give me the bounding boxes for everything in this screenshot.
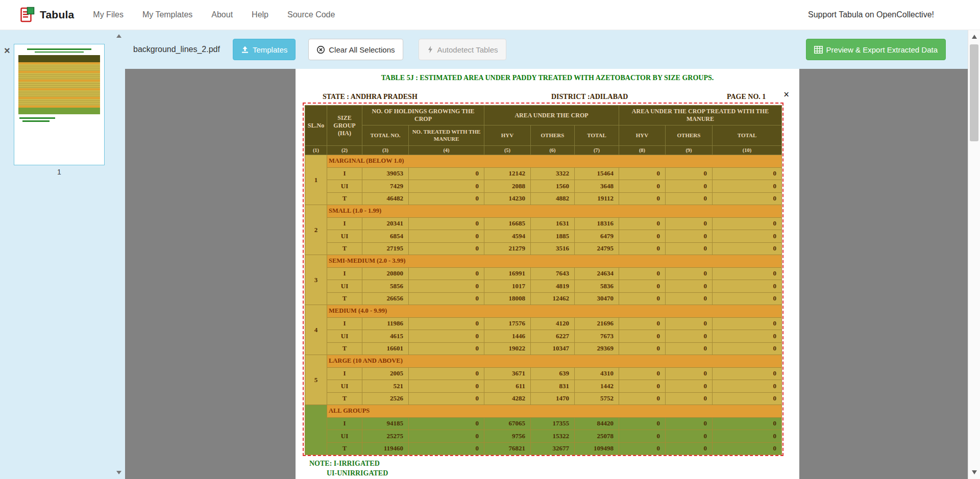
circle-x-icon: [316, 45, 325, 54]
page-thumbnail[interactable]: [14, 44, 105, 165]
nav-my-files[interactable]: My Files: [93, 10, 124, 19]
upload-icon: [241, 45, 249, 54]
sidebar-scroll-up-icon[interactable]: [116, 34, 121, 38]
nav-links: My Files My Templates About Help Source …: [93, 10, 335, 19]
lightning-icon: [427, 45, 434, 54]
state-label: STATE : ANDHRA PRADESH: [323, 93, 418, 101]
brand-link[interactable]: Tabula: [20, 7, 74, 23]
pdf-viewer: TABLE 5J : ESTIMATED AREA UNDER PADDY TR…: [125, 69, 968, 479]
workspace: × 1 background_lines_2.pdf: [0, 30, 980, 479]
note-line-2: UI-UNIRRIGATED: [327, 469, 388, 477]
page-number-label: 1: [14, 168, 105, 176]
scrollbar-thumb[interactable]: [970, 44, 978, 141]
support-link[interactable]: Support Tabula on OpenCollective!: [808, 10, 934, 19]
thumb-title-line: [27, 48, 92, 50]
sidebar-scroll-down-icon[interactable]: [116, 471, 121, 474]
scroll-up-icon[interactable]: [972, 35, 977, 39]
district-label: DISTRICT :ADILABAD: [551, 93, 628, 101]
note-line-1: NOTE: I-IRRIGATED: [309, 460, 380, 468]
pdf-page[interactable]: TABLE 5J : ESTIMATED AREA UNDER PADDY TR…: [296, 69, 799, 479]
templates-label: Templates: [253, 45, 287, 54]
templates-button[interactable]: Templates: [233, 39, 296, 60]
table-icon: [814, 46, 823, 54]
navbar: Tabula My Files My Templates About Help …: [0, 0, 980, 30]
remove-page-button[interactable]: ×: [4, 45, 10, 56]
scroll-down-icon[interactable]: [972, 470, 977, 474]
clear-selections-button[interactable]: Clear All Selections: [308, 39, 403, 60]
thumb-title-line: [35, 52, 84, 53]
brand-title: Tabula: [40, 9, 74, 21]
preview-export-button[interactable]: Preview & Export Extracted Data: [806, 39, 946, 60]
thumb-table-header: [18, 55, 100, 62]
nav-source-code[interactable]: Source Code: [287, 10, 335, 19]
clear-selections-label: Clear All Selections: [329, 45, 395, 54]
autodetect-tables-label: Autodetect Tables: [437, 45, 498, 54]
selection-close-button[interactable]: ×: [783, 89, 789, 99]
nav-help[interactable]: Help: [252, 10, 268, 19]
document-table-title: TABLE 5J : ESTIMATED AREA UNDER PADDY TR…: [296, 74, 799, 82]
tabula-logo-icon: [20, 7, 35, 23]
page-no-label: PAGE NO. 1: [727, 93, 766, 101]
preview-export-label: Preview & Export Extracted Data: [826, 45, 938, 54]
toolbar: background_lines_2.pdf Templates Clear A…: [125, 30, 968, 69]
nav-about[interactable]: About: [211, 10, 233, 19]
vertical-scrollbar[interactable]: [968, 30, 980, 479]
selection-region[interactable]: [303, 103, 783, 456]
tabula-app: Tabula My Files My Templates About Help …: [0, 0, 980, 479]
nav-my-templates[interactable]: My Templates: [142, 10, 192, 19]
autodetect-tables-button[interactable]: Autodetect Tables: [419, 39, 506, 60]
document-filename: background_lines_2.pdf: [133, 45, 220, 54]
